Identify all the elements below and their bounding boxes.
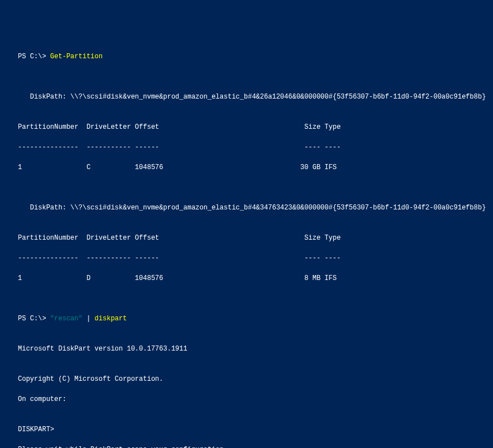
pipe: | [82,315,95,323]
command-line-1: PS C:\> Get-Partition [18,52,475,62]
cmd-diskpart: diskpart [95,315,127,323]
string-rescan: "rescan" [50,315,83,323]
command-line-2: PS C:\> "rescan" | diskpart [18,314,475,324]
diskpath-2: DiskPath: \\?\scsi#disk&ven_nvme&prod_am… [18,203,475,213]
table-header: PartitionNumber DriveLetter Offset Size … [18,122,475,132]
diskpart-computer: On computer: [18,394,475,404]
table-header: PartitionNumber DriveLetter Offset Size … [18,233,475,243]
diskpart-copyright: Copyright (C) Microsoft Corporation. [18,374,475,384]
diskpart-version: Microsoft DiskPart version 10.0.17763.19… [18,344,475,354]
diskpart-prompt: DISKPART> [18,424,475,435]
table-divider: --------------- ----------- ------ ---- … [18,142,475,152]
cmdlet-get-partition: Get-Partition [50,53,103,60]
prompt: PS C:\> [18,315,50,323]
prompt: PS C:\> [18,53,50,60]
table-divider: --------------- ----------- ------ ---- … [18,253,475,263]
table-row: 1 C 1048576 30 GB IFS [18,162,475,172]
diskpart-wait: Please wait while DiskPart scans your co… [18,445,475,448]
table-row: 1 D 1048576 8 MB IFS [18,273,475,283]
diskpath-1: DiskPath: \\?\scsi#disk&ven_nvme&prod_am… [18,92,475,102]
